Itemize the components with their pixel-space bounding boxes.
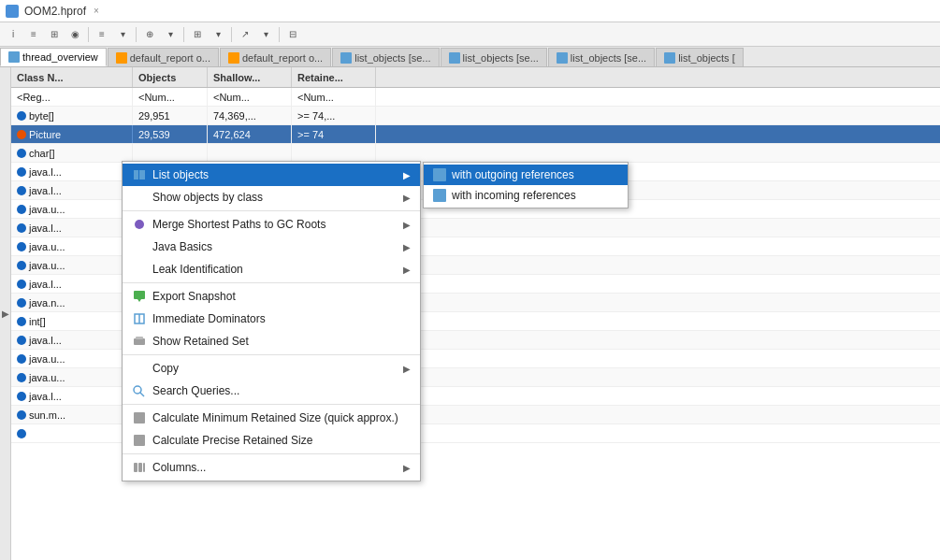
svg-marker-4 [137, 299, 141, 302]
tab-icon-dr2 [228, 52, 239, 64]
menu-item-arrow-2: ▶ [403, 193, 411, 203]
svg-rect-14 [138, 463, 142, 472]
class-icon [17, 280, 26, 289]
menu-item-search-label: Search Queries... [152, 384, 411, 397]
menu-item-search[interactable]: Search Queries... [123, 380, 420, 402]
class-icon [17, 410, 26, 420]
menu-item-arrow-3: ▶ [403, 220, 411, 230]
outgoing-icon [433, 168, 446, 181]
menu-item-retained-set-label: Show Retained Set [152, 335, 411, 348]
class-icon [17, 429, 26, 438]
submenu-label-incoming: with incoming references [452, 189, 576, 202]
menu-item-retained-set[interactable]: Show Retained Set [123, 330, 420, 352]
toolbar-btn-9[interactable]: ⊟ [283, 25, 302, 44]
svg-rect-7 [134, 338, 145, 345]
toolbar-btn-3[interactable]: ⊞ [45, 25, 64, 44]
col-header-shallow[interactable]: Shallow... [208, 67, 292, 87]
tab-label-lo2: list_objects [se... [463, 52, 539, 64]
tab-thread-overview[interactable]: thread_overview [0, 48, 107, 66]
toolbar-btn-4[interactable]: ◉ [65, 25, 84, 44]
svg-rect-11 [134, 412, 145, 424]
col-header-objects[interactable]: Objects [133, 67, 208, 87]
menu-item-columns-label: Columns... [152, 461, 403, 474]
menu-item-calc-precise[interactable]: Calculate Precise Retained Size [123, 429, 420, 452]
close-icon[interactable]: × [94, 6, 99, 16]
java-basics-icon [132, 239, 147, 254]
toolbar-sep-4 [231, 27, 232, 42]
tab-label-lo4: list_objects [ [678, 52, 735, 64]
tab-default-report-1[interactable]: default_report o... [108, 48, 219, 66]
cell-class-15: java.u... [11, 368, 133, 386]
toolbar-dropdown-2[interactable]: ▾ [161, 25, 180, 44]
tab-icon-dr1 [116, 52, 127, 64]
cell-objects-2: 29,539 [133, 125, 208, 143]
tab-default-report-2[interactable]: default_report o... [220, 48, 331, 66]
class-icon [17, 298, 26, 308]
cell-class-7: java.l... [11, 219, 133, 237]
menu-item-list-objects-label: List objects [152, 168, 403, 181]
cell-class-10: java.l... [11, 275, 133, 293]
menu-item-java-basics[interactable]: Java Basics ▶ [123, 236, 420, 258]
toolbar-info-btn[interactable]: i [4, 25, 22, 44]
hprof-icon [6, 5, 19, 18]
tab-icon-lo4 [664, 52, 675, 64]
menu-item-dominators[interactable]: Immediate Dominators [123, 308, 420, 330]
menu-item-columns[interactable]: Columns... ▶ [123, 456, 420, 479]
menu-item-export[interactable]: Export Snapshot [123, 285, 420, 308]
submenu-item-incoming[interactable]: with incoming references [424, 185, 628, 206]
toolbar-btn-5[interactable]: ≡ [93, 25, 111, 44]
cell-retained-0: <Num... [292, 88, 376, 106]
table-header: Class N... Objects Shallow... Retaine... [11, 67, 940, 88]
submenu-item-outgoing[interactable]: with outgoing references [424, 165, 628, 185]
menu-separator-3 [123, 354, 420, 355]
menu-item-dominators-label: Immediate Dominators [152, 312, 411, 325]
class-icon [17, 130, 26, 139]
tab-list-objects-2[interactable]: list_objects [se... [441, 48, 547, 66]
menu-item-leak-label: Leak Identification [152, 263, 403, 276]
cell-objects-1: 29,951 [133, 107, 208, 124]
toolbar-btn-2[interactable]: ≡ [24, 25, 43, 44]
table-row[interactable]: <Reg... <Num... <Num... <Num... [11, 88, 940, 107]
menu-item-calc-min[interactable]: Calculate Minimum Retained Size (quick a… [123, 407, 420, 429]
context-menu: List objects ▶ Show objects by class ▶ M… [122, 161, 421, 481]
toolbar-dropdown-4[interactable]: ▾ [256, 25, 275, 44]
cell-class-8: java.u... [11, 237, 133, 255]
toolbar-dropdown-3[interactable]: ▾ [209, 25, 227, 44]
col-header-class[interactable]: Class N... [11, 67, 133, 87]
title-bar: OOM2.hprof × [0, 0, 940, 22]
cell-class-5: java.l... [11, 181, 133, 199]
toolbar-btn-8[interactable]: ↗ [236, 25, 254, 44]
menu-item-list-objects[interactable]: List objects ▶ [123, 164, 420, 186]
svg-rect-15 [143, 463, 145, 472]
cell-class-4: java.l... [11, 163, 133, 180]
toolbar-btn-6[interactable]: ⊕ [140, 25, 159, 44]
cell-objects-0: <Num... [133, 88, 208, 106]
menu-item-calc-min-label: Calculate Minimum Retained Size (quick a… [152, 411, 411, 424]
menu-item-copy[interactable]: Copy ▶ [123, 357, 420, 380]
toolbar-sep-2 [136, 27, 137, 42]
toolbar-dropdown-1[interactable]: ▾ [113, 25, 132, 44]
svg-line-10 [140, 393, 144, 396]
class-icon [17, 167, 26, 177]
class-icon [17, 242, 26, 251]
class-icon [17, 261, 26, 270]
class-icon [17, 205, 26, 214]
table-row[interactable]: char[] [11, 144, 940, 163]
tab-list-objects-1[interactable]: list_objects [se... [332, 48, 439, 66]
cell-shallow-2: 472,624 [208, 125, 292, 143]
toolbar-btn-7[interactable]: ⊞ [188, 25, 207, 44]
menu-item-merge[interactable]: Merge Shortest Paths to GC Roots ▶ [123, 213, 420, 236]
sidebar-indicator: ▶ [0, 67, 11, 560]
menu-item-copy-label: Copy [152, 362, 403, 375]
tab-list-objects-4[interactable]: list_objects [ [656, 48, 744, 66]
menu-item-show-objects[interactable]: Show objects by class ▶ [123, 186, 420, 208]
tab-list-objects-3[interactable]: list_objects [se... [548, 48, 655, 66]
class-icon [17, 111, 26, 121]
menu-item-merge-label: Merge Shortest Paths to GC Roots [152, 218, 403, 231]
col-header-retained[interactable]: Retaine... [292, 67, 376, 87]
merge-icon [132, 217, 147, 232]
menu-item-leak[interactable]: Leak Identification ▶ [123, 258, 420, 280]
cell-class-12: int[] [11, 312, 133, 330]
table-row[interactable]: Picture 29,539 472,624 >= 74 [11, 125, 940, 144]
table-row[interactable]: byte[] 29,951 74,369,... >= 74,... [11, 107, 940, 125]
